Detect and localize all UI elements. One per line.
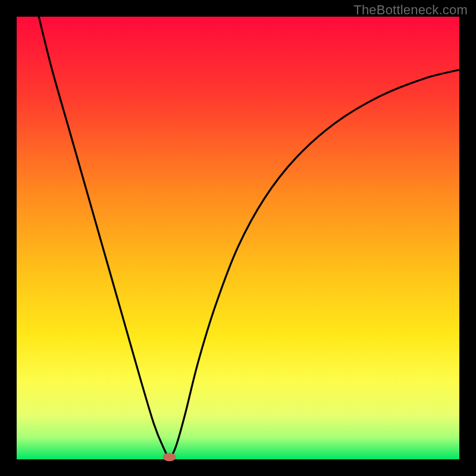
bottleneck-chart <box>0 0 476 476</box>
watermark-text: TheBottleneck.com <box>353 2 468 18</box>
optimum-marker <box>163 453 176 461</box>
chart-container: TheBottleneck.com <box>0 0 476 476</box>
plot-background <box>17 17 459 459</box>
